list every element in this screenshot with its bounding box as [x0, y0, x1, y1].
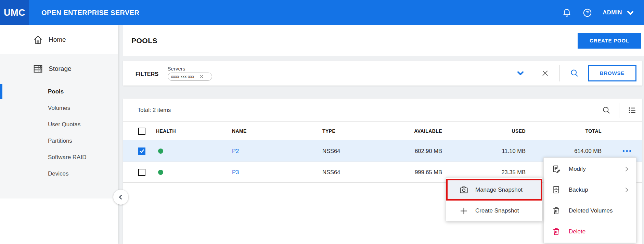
backup-icon — [552, 185, 561, 194]
server-filter-chip[interactable]: xxxx-xxx-xxx — [168, 73, 212, 81]
menu-item-manage-snapshot[interactable]: Manage Snapshot — [446, 179, 542, 201]
sidebar-pools-label: Pools — [48, 88, 64, 95]
search-icon — [570, 68, 579, 78]
sidebar-item-software-raid[interactable]: Software RAID — [0, 149, 118, 166]
pool-name-link[interactable]: P3 — [232, 169, 322, 176]
servers-filter-field: Servers xxxx-xxx-xxx — [168, 66, 212, 81]
bell-icon[interactable] — [562, 8, 572, 18]
pool-total: 614.00 MB — [526, 148, 602, 154]
menu-item-backup[interactable]: Backup — [544, 179, 636, 200]
top-bar: UMC OPEN ENTERPRISE SERVER ? ADMIN — [0, 0, 644, 25]
camera-icon — [459, 185, 468, 194]
filters-label: FILTERS — [136, 71, 159, 77]
svg-text:?: ? — [586, 10, 589, 15]
row-context-menu: Modify Backup Deleted Volumes — [543, 157, 636, 243]
list-icon — [628, 106, 636, 115]
sidebar-item-user-quotas[interactable]: User Quotas — [0, 116, 118, 133]
trash-icon — [552, 206, 561, 215]
menu-item-delete[interactable]: Delete — [544, 221, 636, 242]
column-header-total: TOTAL — [526, 128, 602, 134]
row-checkbox[interactable] — [138, 169, 145, 176]
pool-used: 11.10 MB — [442, 148, 526, 154]
modify-icon — [552, 165, 561, 173]
sidebar-item-pools[interactable]: Pools — [0, 84, 118, 100]
sidebar-collapse-button[interactable] — [113, 190, 128, 205]
pool-name-link[interactable]: P2 — [232, 148, 322, 154]
sidebar-item-home[interactable]: Home — [0, 25, 118, 54]
table-total-count: Total: 2 items — [138, 107, 171, 113]
menu-item-modify-label: Modify — [569, 166, 586, 172]
filter-controls: BROWSE — [516, 65, 636, 81]
sidebar-software-raid-label: Software RAID — [48, 154, 86, 161]
sidebar-volumes-label: Volumes — [48, 105, 70, 112]
sidebar-item-devices[interactable]: Devices — [0, 166, 118, 182]
column-header-name: NAME — [232, 128, 322, 134]
sidebar: Home Storage — [0, 25, 118, 244]
menu-item-create-snapshot[interactable]: Create Snapshot — [446, 201, 542, 221]
close-icon — [541, 69, 549, 77]
server-chip-value: xxxx-xxx-xxx — [171, 74, 194, 79]
column-header-used: USED — [442, 128, 526, 134]
browse-button[interactable]: BROWSE — [588, 65, 636, 81]
table-search-button[interactable] — [601, 105, 611, 115]
filters-search-button[interactable] — [569, 68, 579, 78]
filters-expand-button[interactable] — [516, 68, 525, 78]
menu-item-delete-label: Delete — [569, 228, 585, 235]
user-menu[interactable]: ADMIN — [603, 9, 634, 17]
table-toolbar: Total: 2 items — [123, 99, 642, 121]
sidebar-subnav: Pools Volumes User Quotas Partitions Sof… — [0, 84, 118, 198]
topbar-actions: ? ADMIN — [562, 8, 644, 18]
page-header: POOLS CREATE POOL — [123, 25, 644, 56]
select-all-checkbox[interactable] — [138, 128, 145, 135]
home-icon — [33, 35, 43, 45]
sidebar-user-quotas-label: User Quotas — [48, 121, 80, 128]
chevron-right-icon — [623, 166, 630, 172]
user-name: ADMIN — [603, 10, 622, 16]
sidebar-storage-section: Storage Pools Volumes User Quotas Partit… — [0, 54, 118, 198]
table-toolbar-actions — [601, 103, 637, 118]
row-actions-button[interactable]: ••• — [622, 147, 632, 155]
filters-clear-button[interactable] — [540, 68, 550, 78]
sidebar-partitions-label: Partitions — [48, 138, 72, 144]
menu-item-deleted-volumes-label: Deleted Volumes — [569, 207, 613, 214]
umc-logo: UMC — [0, 0, 29, 25]
search-icon — [602, 106, 611, 115]
chevron-down-icon — [516, 68, 525, 78]
help-icon[interactable]: ? — [582, 8, 593, 18]
chevron-right-icon — [623, 187, 630, 193]
sidebar-storage-label: Storage — [49, 65, 72, 73]
column-header-type: TYPE — [322, 128, 359, 134]
health-status-ok — [158, 149, 163, 154]
sidebar-item-storage[interactable]: Storage — [0, 54, 118, 84]
filters-bar: FILTERS Servers xxxx-xxx-xxx — [123, 61, 642, 86]
table-view-options-button[interactable] — [627, 105, 637, 115]
check-icon — [139, 148, 145, 154]
pool-used: 23.35 MB — [442, 169, 526, 176]
column-header-available: AVAILABLE — [359, 128, 442, 134]
storage-icon — [33, 64, 43, 74]
sidebar-item-partitions[interactable]: Partitions — [0, 133, 118, 149]
trash-icon — [552, 227, 561, 236]
menu-item-deleted-volumes[interactable]: Deleted Volumes — [544, 200, 636, 221]
chevron-down-icon — [626, 9, 634, 17]
plus-icon — [459, 206, 468, 216]
sidebar-item-volumes[interactable]: Volumes — [0, 100, 118, 116]
servers-field-label: Servers — [168, 66, 212, 72]
pool-type: NSS64 — [322, 169, 359, 176]
pool-type: NSS64 — [322, 148, 359, 154]
sidebar-home-label: Home — [49, 36, 66, 43]
menu-item-modify[interactable]: Modify — [544, 158, 636, 179]
snapshot-submenu: Manage Snapshot Create Snapshot — [446, 177, 542, 221]
menu-item-backup-label: Backup — [569, 187, 588, 193]
chevron-left-icon — [117, 193, 125, 201]
row-checkbox[interactable] — [138, 147, 145, 155]
pool-available: 602.90 MB — [359, 148, 442, 154]
pool-available: 999.65 MB — [359, 169, 442, 176]
column-header-health: HEALTH — [156, 128, 232, 134]
chip-remove-icon[interactable] — [199, 74, 204, 79]
menu-item-create-snapshot-label: Create Snapshot — [475, 207, 519, 214]
create-pool-button[interactable]: CREATE POOL — [578, 33, 641, 49]
menu-item-manage-snapshot-label: Manage Snapshot — [475, 187, 523, 193]
health-status-ok — [158, 170, 163, 175]
page-title: POOLS — [131, 37, 157, 45]
